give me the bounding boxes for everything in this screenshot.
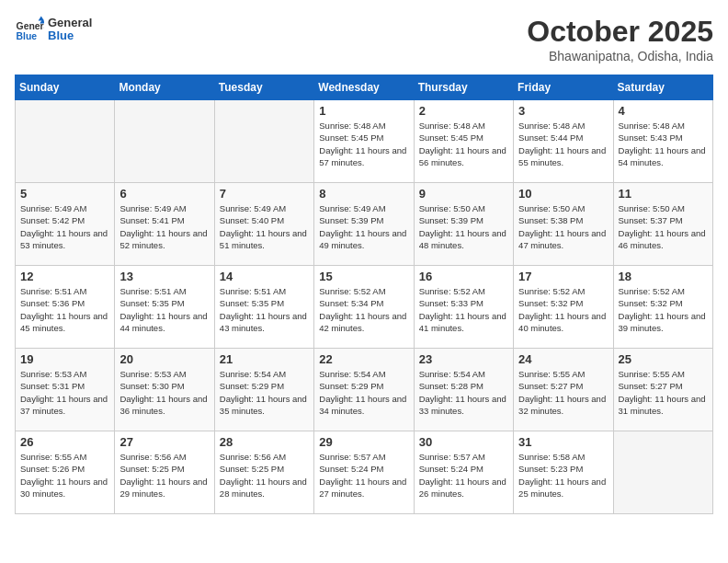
- day-info: Sunrise: 5:52 AM Sunset: 5:33 PM Dayligh…: [419, 285, 508, 334]
- day-number: 5: [20, 187, 109, 201]
- calendar-cell: 10Sunrise: 5:50 AM Sunset: 5:38 PM Dayli…: [514, 183, 613, 266]
- page-header: General Blue General Blue October 2025 B…: [15, 15, 713, 63]
- calendar-cell: 11Sunrise: 5:50 AM Sunset: 5:37 PM Dayli…: [613, 183, 712, 266]
- day-info: Sunrise: 5:55 AM Sunset: 5:26 PM Dayligh…: [20, 451, 109, 500]
- day-number: 15: [319, 270, 408, 283]
- day-info: Sunrise: 5:51 AM Sunset: 5:36 PM Dayligh…: [20, 285, 109, 334]
- day-number: 11: [619, 187, 708, 201]
- day-number: 20: [119, 352, 209, 366]
- calendar-cell: 21Sunrise: 5:54 AM Sunset: 5:29 PM Dayli…: [214, 349, 313, 431]
- day-info: Sunrise: 5:51 AM Sunset: 5:35 PM Dayligh…: [220, 285, 309, 334]
- day-number: 6: [119, 187, 209, 201]
- day-info: Sunrise: 5:48 AM Sunset: 5:45 PM Dayligh…: [419, 120, 508, 168]
- calendar-cell: 2Sunrise: 5:48 AM Sunset: 5:45 PM Daylig…: [414, 100, 513, 183]
- logo-blue: Blue: [48, 29, 92, 42]
- week-row-2: 5Sunrise: 5:49 AM Sunset: 5:42 PM Daylig…: [16, 183, 713, 266]
- calendar-cell: [115, 100, 214, 183]
- day-info: Sunrise: 5:54 AM Sunset: 5:29 PM Dayligh…: [220, 368, 309, 417]
- calendar-cell: 25Sunrise: 5:55 AM Sunset: 5:27 PM Dayli…: [613, 349, 712, 431]
- day-number: 27: [119, 435, 209, 449]
- day-info: Sunrise: 5:55 AM Sunset: 5:27 PM Dayligh…: [619, 368, 708, 417]
- day-info: Sunrise: 5:54 AM Sunset: 5:28 PM Dayligh…: [419, 368, 508, 417]
- svg-text:Blue: Blue: [17, 31, 38, 41]
- calendar-cell: 22Sunrise: 5:54 AM Sunset: 5:29 PM Dayli…: [314, 349, 414, 431]
- day-info: Sunrise: 5:55 AM Sunset: 5:27 PM Dayligh…: [518, 368, 608, 417]
- weekday-thursday: Thursday: [414, 75, 513, 100]
- day-info: Sunrise: 5:57 AM Sunset: 5:24 PM Dayligh…: [419, 451, 508, 500]
- calendar-cell: 24Sunrise: 5:55 AM Sunset: 5:27 PM Dayli…: [514, 349, 613, 431]
- calendar-cell: 4Sunrise: 5:48 AM Sunset: 5:43 PM Daylig…: [613, 100, 712, 183]
- month-title: October 2025: [527, 15, 713, 49]
- day-number: 23: [419, 352, 508, 366]
- calendar-cell: 23Sunrise: 5:54 AM Sunset: 5:28 PM Dayli…: [414, 349, 513, 431]
- svg-text:General: General: [17, 21, 44, 31]
- week-row-1: 1Sunrise: 5:48 AM Sunset: 5:45 PM Daylig…: [16, 100, 713, 183]
- day-info: Sunrise: 5:48 AM Sunset: 5:44 PM Dayligh…: [518, 120, 608, 168]
- calendar-cell: 19Sunrise: 5:53 AM Sunset: 5:31 PM Dayli…: [16, 349, 115, 431]
- day-info: Sunrise: 5:52 AM Sunset: 5:32 PM Dayligh…: [619, 285, 708, 334]
- calendar-cell: 27Sunrise: 5:56 AM Sunset: 5:25 PM Dayli…: [115, 431, 214, 514]
- day-number: 31: [518, 435, 608, 449]
- calendar-cell: [214, 100, 313, 183]
- day-info: Sunrise: 5:49 AM Sunset: 5:40 PM Dayligh…: [220, 202, 309, 251]
- calendar-cell: 1Sunrise: 5:48 AM Sunset: 5:45 PM Daylig…: [314, 100, 414, 183]
- day-number: 10: [518, 187, 608, 201]
- logo-icon: General Blue: [15, 15, 44, 44]
- day-number: 17: [518, 270, 608, 283]
- weekday-saturday: Saturday: [613, 75, 712, 100]
- day-info: Sunrise: 5:48 AM Sunset: 5:43 PM Dayligh…: [619, 120, 708, 168]
- day-info: Sunrise: 5:51 AM Sunset: 5:35 PM Dayligh…: [119, 285, 209, 334]
- day-number: 9: [419, 187, 508, 201]
- calendar-cell: 18Sunrise: 5:52 AM Sunset: 5:32 PM Dayli…: [613, 266, 712, 349]
- day-number: 14: [220, 270, 309, 283]
- day-info: Sunrise: 5:49 AM Sunset: 5:39 PM Dayligh…: [319, 202, 408, 251]
- logo: General Blue General Blue: [15, 15, 92, 44]
- weekday-sunday: Sunday: [16, 75, 115, 100]
- day-number: 21: [220, 352, 309, 366]
- logo-general: General: [48, 17, 92, 29]
- calendar-cell: 3Sunrise: 5:48 AM Sunset: 5:44 PM Daylig…: [514, 100, 613, 183]
- day-number: 22: [319, 352, 408, 366]
- day-number: 18: [619, 270, 708, 283]
- location: Bhawanipatna, Odisha, India: [527, 49, 713, 63]
- weekday-wednesday: Wednesday: [314, 75, 414, 100]
- calendar-cell: 5Sunrise: 5:49 AM Sunset: 5:42 PM Daylig…: [16, 183, 115, 266]
- calendar-cell: [613, 431, 712, 514]
- day-info: Sunrise: 5:48 AM Sunset: 5:45 PM Dayligh…: [319, 120, 408, 168]
- calendar-cell: 15Sunrise: 5:52 AM Sunset: 5:34 PM Dayli…: [314, 266, 414, 349]
- calendar-cell: 30Sunrise: 5:57 AM Sunset: 5:24 PM Dayli…: [414, 431, 513, 514]
- calendar-cell: 7Sunrise: 5:49 AM Sunset: 5:40 PM Daylig…: [214, 183, 313, 266]
- weekday-friday: Friday: [514, 75, 613, 100]
- day-info: Sunrise: 5:53 AM Sunset: 5:31 PM Dayligh…: [20, 368, 109, 417]
- day-info: Sunrise: 5:52 AM Sunset: 5:34 PM Dayligh…: [319, 285, 408, 334]
- day-number: 3: [518, 104, 608, 118]
- day-number: 30: [419, 435, 508, 449]
- day-info: Sunrise: 5:57 AM Sunset: 5:24 PM Dayligh…: [319, 451, 408, 500]
- day-number: 28: [220, 435, 309, 449]
- weekday-header-row: SundayMondayTuesdayWednesdayThursdayFrid…: [16, 75, 713, 100]
- day-number: 16: [419, 270, 508, 283]
- day-number: 29: [319, 435, 408, 449]
- day-number: 1: [319, 104, 408, 118]
- day-number: 25: [619, 352, 708, 366]
- day-number: 12: [20, 270, 109, 283]
- calendar-cell: 20Sunrise: 5:53 AM Sunset: 5:30 PM Dayli…: [115, 349, 214, 431]
- day-info: Sunrise: 5:58 AM Sunset: 5:23 PM Dayligh…: [518, 451, 608, 500]
- week-row-3: 12Sunrise: 5:51 AM Sunset: 5:36 PM Dayli…: [16, 266, 713, 349]
- calendar-cell: 16Sunrise: 5:52 AM Sunset: 5:33 PM Dayli…: [414, 266, 513, 349]
- day-info: Sunrise: 5:54 AM Sunset: 5:29 PM Dayligh…: [319, 368, 408, 417]
- week-row-4: 19Sunrise: 5:53 AM Sunset: 5:31 PM Dayli…: [16, 349, 713, 431]
- day-info: Sunrise: 5:56 AM Sunset: 5:25 PM Dayligh…: [119, 451, 209, 500]
- week-row-5: 26Sunrise: 5:55 AM Sunset: 5:26 PM Dayli…: [16, 431, 713, 514]
- calendar-cell: 31Sunrise: 5:58 AM Sunset: 5:23 PM Dayli…: [514, 431, 613, 514]
- day-number: 26: [20, 435, 109, 449]
- calendar-cell: 28Sunrise: 5:56 AM Sunset: 5:25 PM Dayli…: [214, 431, 313, 514]
- calendar-cell: 17Sunrise: 5:52 AM Sunset: 5:32 PM Dayli…: [514, 266, 613, 349]
- day-number: 13: [119, 270, 209, 283]
- day-info: Sunrise: 5:50 AM Sunset: 5:38 PM Dayligh…: [518, 202, 608, 251]
- day-number: 8: [319, 187, 408, 201]
- day-info: Sunrise: 5:56 AM Sunset: 5:25 PM Dayligh…: [220, 451, 309, 500]
- day-number: 7: [220, 187, 309, 201]
- day-number: 4: [619, 104, 708, 118]
- calendar-cell: 9Sunrise: 5:50 AM Sunset: 5:39 PM Daylig…: [414, 183, 513, 266]
